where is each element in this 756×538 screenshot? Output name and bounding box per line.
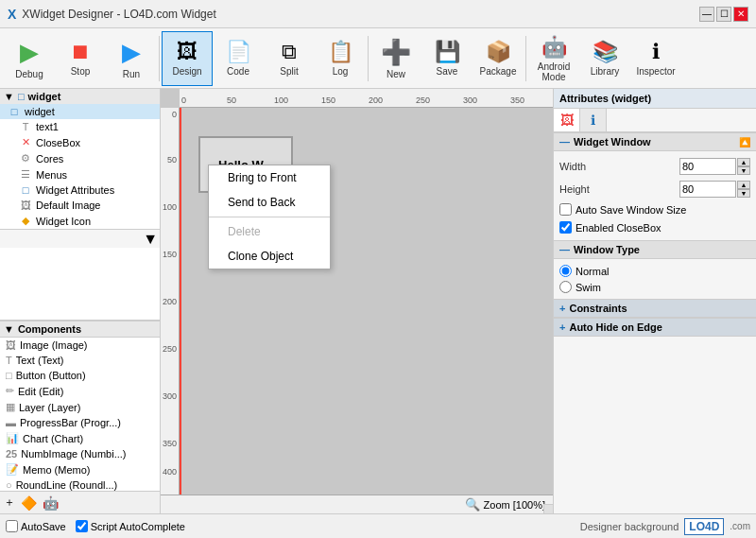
package-button[interactable]: 📦 Package	[472, 31, 524, 86]
tree-header[interactable]: ▼ □ widget	[0, 89, 160, 104]
attr-width-input: ▲ ▼	[679, 158, 750, 175]
height-spin-up[interactable]: ▲	[737, 181, 750, 189]
android-button[interactable]: 🤖 Android Mode	[528, 31, 579, 86]
comp-item-label: Image (Image)	[20, 339, 88, 351]
height-spin-down[interactable]: ▼	[737, 189, 750, 198]
minimize-button[interactable]: —	[699, 7, 714, 22]
tree-item-cores[interactable]: ⚙ Cores	[0, 150, 160, 166]
ruler-tick-300: 300	[463, 95, 477, 105]
zoom-label: Zoom [100%]	[484, 499, 545, 511]
new-label: New	[387, 69, 405, 79]
radio-swim[interactable]	[559, 281, 572, 293]
tree-item-widget[interactable]: □ widget	[0, 104, 160, 119]
comp-item-chart[interactable]: 📊 Chart (Chart)	[0, 430, 160, 446]
log-icon: 📋	[328, 40, 353, 64]
comp-item-label: ProgressBar (Progr...)	[20, 417, 121, 428]
radio-normal-row: Normal	[559, 263, 750, 279]
tree-item-widget-icon[interactable]: ◆ Widget Icon	[0, 213, 160, 229]
width-spin-down[interactable]: ▼	[737, 166, 750, 175]
section-window-type[interactable]: — Window Type	[554, 240, 756, 259]
tree-scroll-down[interactable]: ▼	[143, 231, 158, 248]
comp-item-text[interactable]: T Text (Text)	[0, 353, 160, 368]
tree-item-default-image[interactable]: 🖼 Default Image	[0, 198, 160, 213]
design-label: Design	[172, 66, 201, 77]
right-panel: Attributes (widget) 🖼 ℹ — Widget Window …	[553, 89, 756, 513]
save-button[interactable]: 💾 Save	[421, 31, 472, 86]
sep3	[525, 36, 526, 81]
tree-item-menus[interactable]: ☰ Menus	[0, 166, 160, 182]
left-bottom-expand[interactable]: ＋	[4, 495, 15, 511]
comp-item-memo[interactable]: 📝 Memo (Memo)	[0, 461, 160, 477]
ruler-vtick-250: 250	[163, 344, 177, 354]
width-field[interactable]	[679, 158, 736, 175]
stop-label: Stop	[71, 66, 91, 77]
attr-tab-image[interactable]: 🖼	[554, 109, 580, 131]
comp-item-layer[interactable]: ▦ Layer (Layer)	[0, 399, 160, 415]
design-button[interactable]: 🖼 Design	[162, 31, 213, 86]
script-auto-label: Script AutoComplete	[91, 521, 185, 532]
left-panel-bottom: ＋ 🔶 🤖	[0, 491, 160, 513]
autosave-label: AutoSave	[21, 521, 66, 532]
script-autocomplete-cb: Script AutoComplete	[76, 520, 185, 532]
comp-item-roundline[interactable]: ○ RoundLine (Roundl...)	[0, 477, 160, 491]
split-button[interactable]: ⧉ Split	[264, 31, 315, 86]
stop-button[interactable]: ⏹ Stop	[55, 31, 106, 86]
canvas-area[interactable]: 0 50 100 150 200 250 300 350 400 0 50 10…	[161, 89, 553, 513]
comp-item-progressbar[interactable]: ▬ ProgressBar (Progr...)	[0, 415, 160, 430]
comp-item-label: Button (Button)	[16, 370, 86, 381]
comp-rl-icon: ○	[6, 479, 12, 491]
debug-label: Debug	[15, 69, 43, 79]
widget-icon-tree: □	[8, 106, 21, 117]
comp-item-label: Chart (Chart)	[23, 433, 83, 444]
log-button[interactable]: 📋 Log	[315, 31, 366, 86]
attr-tab-info[interactable]: ℹ	[580, 109, 607, 131]
stop-icon: ⏹	[70, 40, 91, 64]
split-icon: ⧉	[282, 40, 297, 64]
section-minus-icon: —	[559, 136, 570, 148]
comp-item-image[interactable]: 🖼 Image (Image)	[0, 338, 160, 353]
tree-item-closebox[interactable]: ✕ CloseBox	[0, 134, 160, 150]
ctx-bring-to-front[interactable]: Bring to Front	[209, 165, 330, 190]
auto-save-ws-row: Auto Save Window Size	[559, 200, 750, 218]
tree-item-label: text1	[36, 121, 59, 132]
close-button[interactable]: ✕	[733, 7, 748, 22]
app-icon: X	[8, 7, 16, 22]
new-button[interactable]: ➕ New	[370, 31, 421, 86]
section-constraints[interactable]: + Constraints	[554, 299, 756, 318]
inspector-button[interactable]: ℹ Inspector	[630, 31, 681, 86]
ctx-send-to-back[interactable]: Send to Back	[209, 190, 330, 215]
tree-item-widget-attributes[interactable]: □ Widget Attributes	[0, 182, 160, 198]
height-field[interactable]	[679, 181, 736, 198]
code-button[interactable]: 📄 Code	[213, 31, 264, 86]
ctx-clone[interactable]: Clone Object	[209, 244, 330, 269]
enabled-closebox-cb[interactable]	[559, 221, 572, 234]
run-button[interactable]: ▶ Run	[106, 31, 157, 86]
tree-root-icon: □	[18, 91, 25, 102]
section-plus-icon: +	[559, 303, 565, 314]
comp-item-button[interactable]: □ Button (Button)	[0, 368, 160, 383]
comp-item-edit[interactable]: ✏ Edit (Edit)	[0, 383, 160, 399]
cores-icon: ⚙	[19, 152, 32, 165]
debug-button[interactable]: ▶ Debug	[4, 31, 55, 86]
library-button[interactable]: 📚 Library	[579, 31, 630, 86]
section-scroll-icon: 🔼	[739, 137, 750, 148]
section-auto-hide[interactable]: + Auto Hide on Edge	[554, 318, 756, 337]
tree-item-text1[interactable]: T text1	[0, 119, 160, 134]
inspector-label: Inspector	[636, 66, 675, 77]
autosave-checkbox[interactable]	[6, 520, 18, 532]
ruler-vtick-150: 150	[163, 250, 177, 259]
ruler-vtick-300: 300	[163, 391, 177, 401]
tree-item-label: widget	[25, 106, 55, 117]
maximize-button[interactable]: ☐	[716, 7, 731, 22]
auto-save-ws-cb[interactable]	[559, 203, 572, 216]
script-auto-checkbox[interactable]	[76, 520, 88, 532]
section-widget-window[interactable]: — Widget Window 🔼	[554, 132, 756, 151]
components-header[interactable]: ▼ Components	[0, 321, 160, 338]
comp-item-numbimage[interactable]: 25 NumbImage (Numbi...)	[0, 446, 160, 461]
radio-normal-label: Normal	[576, 266, 609, 277]
width-spin-up[interactable]: ▲	[737, 158, 750, 166]
radio-normal[interactable]	[559, 265, 572, 277]
comp-item-label: Layer (Layer)	[19, 402, 80, 413]
ctx-item-label: Delete	[228, 225, 261, 238]
tree-item-label: Default Image	[36, 200, 100, 211]
